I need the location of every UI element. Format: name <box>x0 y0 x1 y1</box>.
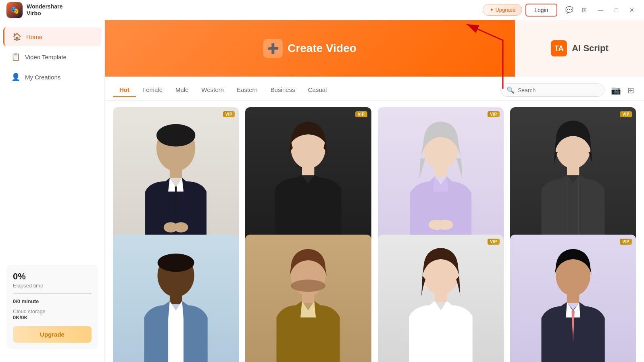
storage-card: 0% Elapsed time 0/0 minute Cloud storage… <box>6 265 98 349</box>
vip-badge: VIP <box>620 239 632 245</box>
avatar-card-casual1[interactable] <box>113 235 239 362</box>
grid-icon[interactable]: ⊞ <box>580 4 588 15</box>
filter-tab-female[interactable]: Female <box>136 83 169 97</box>
svg-rect-17 <box>168 319 183 362</box>
camera-view-icon[interactable]: 📷 <box>609 84 623 97</box>
avatar-card-casual2[interactable] <box>245 235 371 362</box>
app-logo: 🎭 <box>6 2 23 18</box>
time-value: 0/0 minute <box>13 298 92 304</box>
avatar-image-casual1 <box>113 235 239 362</box>
upgrade-button[interactable]: ✦ Upgrade <box>483 4 522 16</box>
sidebar-item-home[interactable]: 🏠 Home <box>3 27 101 46</box>
filter-tab-eastern[interactable]: Eastern <box>230 83 264 97</box>
vip-badge: VIP <box>355 111 367 117</box>
chat-icon[interactable]: 💬 <box>564 4 575 15</box>
create-video-label: Create Video <box>288 42 356 55</box>
progress-bar <box>13 293 92 294</box>
sidebar-item-label: Home <box>26 33 42 40</box>
search-box: 🔍 <box>500 83 604 97</box>
storage-percent: 0% <box>13 271 92 282</box>
titlebar: 🎭 Wondershare Virbo ✦ Upgrade Login 💬 ⊞ … <box>0 0 644 20</box>
avatar-card-biz2[interactable]: VIP <box>510 235 636 362</box>
create-video-icon: ➕ <box>263 39 283 58</box>
avatar-image-biz1 <box>378 235 504 362</box>
sidebar-item-video-template[interactable]: 📋 Video Template <box>3 48 101 66</box>
win-controls: — □ ✕ <box>595 5 638 15</box>
svg-point-5 <box>174 222 188 232</box>
search-input[interactable] <box>518 87 598 94</box>
vip-badge: VIP <box>488 111 500 117</box>
upgrade-card-button[interactable]: Upgrade <box>13 326 92 343</box>
titlebar-left: 🎭 Wondershare Virbo <box>6 2 63 18</box>
sidebar-bottom: 0% Elapsed time 0/0 minute Cloud storage… <box>0 258 104 356</box>
cloud-label: Cloud storage <box>13 308 92 314</box>
titlebar-right: ✦ Upgrade Login 💬 ⊞ — □ ✕ <box>483 4 638 17</box>
ai-script-banner[interactable]: TA AI Script <box>515 20 644 77</box>
filter-bar: Hot Female Male Western Eastern Business… <box>105 77 644 101</box>
search-icon: 🔍 <box>506 86 515 94</box>
sidebar: 🏠 Home 📋 Video Template 👤 My Creations 0… <box>0 20 105 362</box>
avatar-svg-biz1 <box>378 235 504 362</box>
maximize-button[interactable]: □ <box>612 5 621 15</box>
svg-rect-24 <box>567 294 579 303</box>
svg-point-19 <box>291 280 325 292</box>
svg-rect-16 <box>170 295 182 304</box>
avatar-card-biz1[interactable]: VIP <box>378 235 504 362</box>
my-creations-icon: 👤 <box>11 73 20 81</box>
content-area: ➕ Create Video TA A <box>105 20 644 362</box>
avatar-svg-casual1 <box>113 235 239 362</box>
login-button[interactable]: Login <box>525 4 557 17</box>
avatar-image-biz2 <box>510 235 636 362</box>
svg-rect-22 <box>434 293 446 302</box>
svg-point-11 <box>436 220 453 230</box>
filter-tab-business[interactable]: Business <box>264 83 302 97</box>
vip-badge: VIP <box>223 111 235 117</box>
filter-tab-hot[interactable]: Hot <box>113 83 136 97</box>
main-layout: 🏠 Home 📋 Video Template 👤 My Creations 0… <box>0 20 644 362</box>
avatar-image-casual2 <box>245 235 371 362</box>
avatar-svg-biz2 <box>510 235 636 362</box>
app-name: Wondershare Virbo <box>27 3 63 17</box>
sidebar-item-label: Video Template <box>25 54 67 60</box>
svg-rect-7 <box>302 166 314 175</box>
svg-rect-13 <box>567 166 579 175</box>
vip-badge: VIP <box>620 111 632 117</box>
ai-script-icon: TA <box>551 40 567 56</box>
home-icon: 🏠 <box>13 32 21 41</box>
avatar-svg-casual2 <box>245 235 371 362</box>
filter-tab-casual[interactable]: Casual <box>302 83 333 97</box>
video-template-icon: 📋 <box>11 52 20 61</box>
create-video-banner[interactable]: ➕ Create Video <box>105 20 515 77</box>
filter-tab-male[interactable]: Male <box>169 83 195 97</box>
vip-badge: VIP <box>488 239 500 245</box>
view-icons: 📷 ⊞ <box>609 84 636 97</box>
svg-point-15 <box>157 254 194 272</box>
sidebar-item-my-creations[interactable]: 👤 My Creations <box>3 68 101 86</box>
close-button[interactable]: ✕ <box>626 5 638 15</box>
svg-rect-20 <box>302 294 314 303</box>
svg-point-2 <box>156 124 195 147</box>
svg-rect-3 <box>170 168 182 178</box>
titlebar-icons: 💬 ⊞ <box>564 4 588 15</box>
minimize-button[interactable]: — <box>595 5 607 15</box>
ai-script-label: AI Script <box>572 43 608 54</box>
elapsed-label: Elapsed time <box>13 283 92 289</box>
sidebar-item-label: My Creations <box>25 74 60 81</box>
svg-rect-9 <box>434 168 446 177</box>
create-video-inner: ➕ Create Video <box>263 39 356 58</box>
banner-row: ➕ Create Video TA A <box>105 20 644 77</box>
grid-view-icon[interactable]: ⊞ <box>626 84 636 97</box>
avatar-grid: VIP <box>105 101 644 362</box>
filter-tab-western[interactable]: Western <box>195 83 231 97</box>
cloud-value: 0K/0K <box>13 314 92 320</box>
